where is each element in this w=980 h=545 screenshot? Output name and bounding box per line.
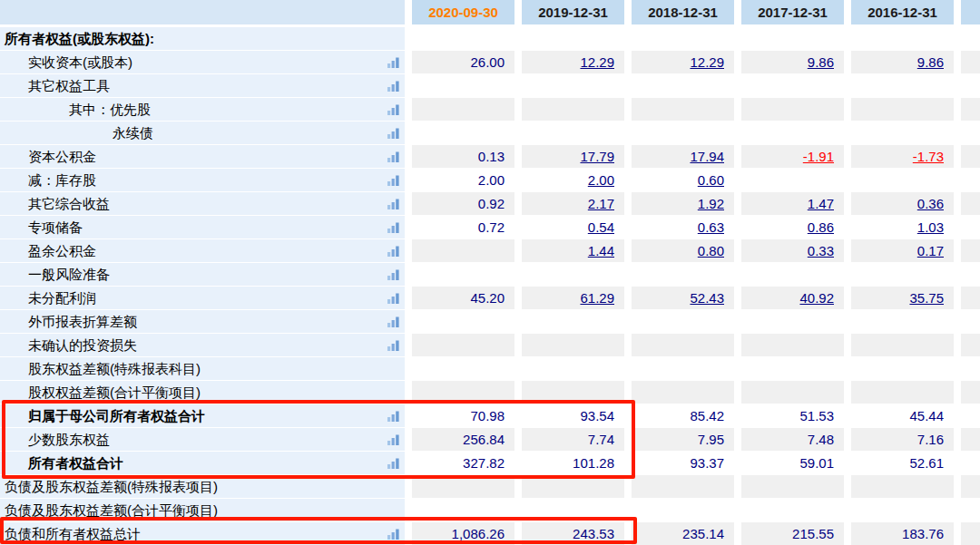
value-cell	[522, 334, 624, 357]
value-link[interactable]: 2.00	[588, 169, 614, 191]
bar-chart-icon[interactable]	[387, 433, 400, 446]
value-link[interactable]: 0.36	[917, 192, 944, 215]
value-cell[interactable]: 17.79	[522, 145, 624, 169]
value-link[interactable]: 0.86	[808, 216, 834, 238]
value-text: 70.98	[470, 404, 505, 427]
cutoff-cell	[961, 404, 980, 428]
bar-chart-icon[interactable]	[387, 127, 400, 140]
value-link[interactable]: 0.54	[588, 216, 614, 238]
bar-chart-icon[interactable]	[387, 339, 400, 352]
bar-chart-icon[interactable]	[387, 198, 400, 210]
bar-chart-icon[interactable]	[387, 103, 400, 116]
value-link[interactable]: 1.44	[588, 239, 614, 262]
table-row: 资本公积金0.1317.7917.94-1.91-1.73	[0, 145, 980, 169]
value-cell[interactable]: 9.86	[851, 51, 954, 74]
value-cell[interactable]: 0.36	[851, 192, 954, 216]
value-cell	[412, 334, 514, 357]
value-cell[interactable]: 12.29	[522, 51, 624, 74]
value-cell[interactable]: 0.63	[632, 216, 734, 239]
value-link[interactable]: 61.29	[580, 287, 614, 309]
table-body: 所有者权益(或股东权益):实收资本(或股本)26.0012.2912.299.8…	[0, 27, 980, 545]
table-row: 永续债	[0, 122, 980, 145]
bar-chart-icon[interactable]	[387, 56, 400, 69]
cutoff-cell	[961, 475, 980, 499]
bar-chart-icon[interactable]	[387, 292, 400, 305]
bar-chart-icon[interactable]	[387, 528, 400, 540]
value-cell[interactable]: 52.43	[632, 287, 734, 310]
value-cell[interactable]: 2.00	[522, 169, 624, 192]
table-row: 少数股东权益256.847.747.957.487.16	[0, 428, 980, 452]
value-cell	[522, 98, 624, 122]
bar-chart-icon[interactable]	[387, 174, 400, 187]
cutoff-cell	[961, 122, 980, 145]
value-cell[interactable]: 0.54	[522, 216, 624, 239]
value-link[interactable]: 0.80	[698, 239, 724, 262]
value-cell[interactable]: 17.94	[632, 145, 734, 169]
value-cell[interactable]: 9.86	[741, 51, 844, 74]
row-label-text: 所有者权益(或股东权益):	[5, 27, 154, 50]
value-cell[interactable]: 1.92	[632, 192, 734, 216]
value-cell: 0.92	[412, 192, 514, 216]
value-cell	[741, 27, 844, 51]
value-cell: 7.74	[522, 428, 624, 452]
value-link[interactable]: 0.63	[698, 216, 724, 238]
value-text: 0.72	[478, 216, 505, 238]
bar-chart-icon[interactable]	[387, 457, 400, 470]
table-row: 其它综合收益0.922.171.921.470.36	[0, 192, 980, 216]
value-cell[interactable]: 0.60	[632, 169, 734, 192]
value-cell[interactable]: 0.80	[632, 239, 734, 263]
value-link[interactable]: 9.86	[808, 51, 834, 73]
bar-chart-icon[interactable]	[387, 151, 400, 163]
value-link[interactable]: 12.29	[690, 51, 724, 73]
value-text: 183.76	[902, 522, 944, 545]
value-cell[interactable]: 1.47	[741, 192, 844, 216]
value-cell[interactable]: 40.92	[741, 287, 844, 310]
value-link[interactable]: 9.86	[917, 51, 944, 73]
value-link[interactable]: 17.79	[580, 145, 614, 168]
value-link[interactable]: -1.73	[913, 145, 944, 168]
value-cell	[412, 381, 514, 404]
value-link[interactable]: 17.94	[690, 145, 724, 168]
row-label: 一般风险准备	[0, 263, 405, 287]
value-cell[interactable]: 61.29	[522, 287, 624, 310]
value-link[interactable]: 0.17	[917, 239, 944, 262]
value-link[interactable]: -1.91	[803, 145, 834, 168]
value-cell	[412, 357, 514, 381]
value-cell[interactable]: 0.33	[741, 239, 844, 263]
value-cell[interactable]: 35.75	[851, 287, 954, 310]
row-label: 外币报表折算差额	[0, 310, 405, 334]
value-link[interactable]: 1.03	[917, 216, 944, 238]
bar-chart-icon[interactable]	[387, 410, 400, 423]
value-link[interactable]: 52.43	[690, 287, 724, 309]
row-label-text: 实收资本(或股本)	[28, 51, 132, 73]
value-link[interactable]: 12.29	[580, 51, 614, 73]
value-cell: 7.48	[741, 428, 844, 452]
value-link[interactable]: 0.33	[808, 239, 834, 262]
bar-chart-icon[interactable]	[387, 221, 400, 234]
value-cell[interactable]: -1.73	[851, 145, 954, 169]
table-row: 减：库存股2.002.000.60	[0, 169, 980, 192]
value-link[interactable]: 2.17	[588, 192, 614, 215]
value-cell[interactable]: 1.44	[522, 239, 624, 263]
cutoff-cell	[961, 169, 980, 192]
value-cell[interactable]: 2.17	[522, 192, 624, 216]
value-link[interactable]: 0.60	[698, 169, 724, 191]
value-cell[interactable]: 0.17	[851, 239, 954, 263]
bar-chart-icon[interactable]	[387, 316, 400, 328]
bar-chart-icon[interactable]	[387, 245, 400, 258]
value-cell	[632, 74, 734, 98]
value-cell[interactable]: 1.03	[851, 216, 954, 239]
value-cell	[412, 74, 514, 98]
value-text: 256.84	[463, 428, 505, 451]
value-cell[interactable]: 0.86	[741, 216, 844, 239]
bar-chart-icon[interactable]	[387, 268, 400, 281]
row-label-text: 归属于母公司所有者权益合计	[28, 404, 205, 427]
value-cell: 85.42	[632, 404, 734, 428]
value-cell[interactable]: -1.91	[741, 145, 844, 169]
bar-chart-icon[interactable]	[387, 80, 400, 92]
value-link[interactable]: 1.92	[698, 192, 724, 215]
value-link[interactable]: 40.92	[799, 287, 834, 309]
value-link[interactable]: 35.75	[909, 287, 944, 309]
value-link[interactable]: 1.47	[808, 192, 834, 215]
value-cell[interactable]: 12.29	[632, 51, 734, 74]
